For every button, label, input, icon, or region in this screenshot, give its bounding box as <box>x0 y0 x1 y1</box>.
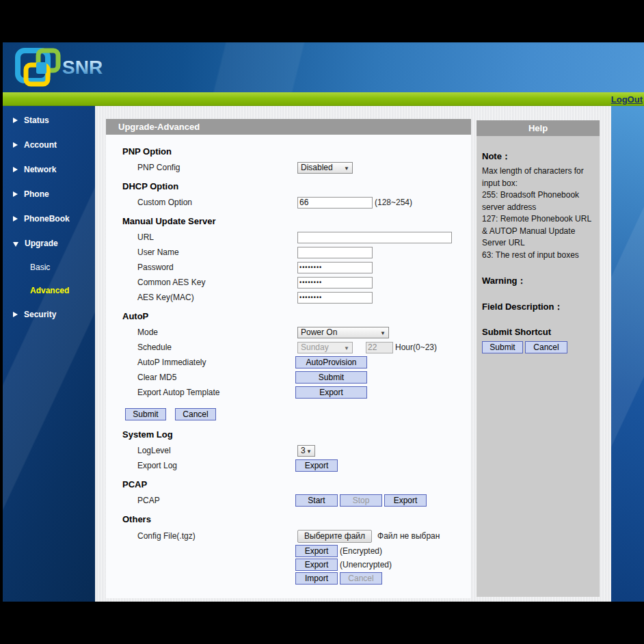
clear-md5-label: Clear MD5 <box>137 373 297 382</box>
username-row: User Name <box>106 245 471 260</box>
url-input[interactable] <box>297 232 452 243</box>
pnp-config-row: PNP Config Disabled <box>106 160 471 175</box>
pcap-start-button[interactable]: Start <box>295 494 338 507</box>
pcap-row: PCAP Start Stop Export <box>106 493 471 508</box>
dropdown-arrow-icon <box>344 163 349 172</box>
config-file-label: Config File(.tgz) <box>137 531 297 541</box>
sidebar-item-label: PhoneBook <box>24 214 70 224</box>
pcap-export-button[interactable]: Export <box>384 494 427 507</box>
dropdown-arrow-icon <box>344 343 349 352</box>
export-unencrypted-button[interactable]: Export <box>295 559 338 571</box>
common-aes-key-row: Common AES Key <box>106 275 471 290</box>
field-description-title: Field Description： <box>482 301 594 313</box>
common-aes-key-label: Common AES Key <box>137 278 297 287</box>
aes-key-mac-row: AES Key(MAC) <box>106 290 471 305</box>
note-line: 255: Broadsoft Phonebook server address <box>482 189 594 213</box>
sidebar-item-phonebook[interactable]: PhoneBook <box>3 206 95 231</box>
clear-md5-submit-button[interactable]: Submit <box>295 371 367 384</box>
sidebar-item-upgrade[interactable]: Upgrade <box>3 231 95 256</box>
export-log-row: Export Log Export <box>106 458 471 473</box>
schedule-hour-input <box>366 342 393 353</box>
note-line: 63: The rest of input boxes <box>482 250 594 262</box>
section-others: Others <box>122 515 471 524</box>
section-manual-update-server: Manual Update Server <box>122 217 471 226</box>
schedule-label: Schedule <box>137 343 297 352</box>
export-template-button[interactable]: Export <box>295 386 367 399</box>
custom-option-hint: (128~254) <box>375 198 412 207</box>
help-submit-button[interactable]: Submit <box>482 341 523 353</box>
import-cancel-row: Import Cancel <box>106 572 471 585</box>
loglevel-row: LogLevel 3 <box>106 443 471 458</box>
no-file-chosen-text: Файл не выбран <box>377 531 440 541</box>
common-aes-key-input[interactable] <box>297 277 373 289</box>
cancel-button[interactable]: Cancel <box>175 408 216 420</box>
export-autop-template-label: Export Autop Template <box>137 388 297 397</box>
content-area: Status Account Network Phone PhoneBook U… <box>3 106 644 602</box>
submit-button[interactable]: Submit <box>125 408 166 420</box>
mode-select[interactable]: Power On <box>297 327 389 338</box>
schedule-hint: Hour(0~23) <box>395 343 437 352</box>
dropdown-arrow-icon <box>380 327 386 337</box>
help-title-bar: Help <box>477 120 600 136</box>
schedule-row: Schedule Sunday Hour(0~23) <box>106 340 471 355</box>
sidebar-subitem-label: Basic <box>30 263 50 272</box>
export-autop-template-row: Export Autop Template Export <box>106 385 471 400</box>
logo-text: SNR <box>62 57 103 78</box>
password-row: Password <box>106 260 471 275</box>
username-label: User Name <box>137 247 297 257</box>
schedule-day-value: Sunday <box>301 343 329 352</box>
mode-label: Mode <box>137 327 297 337</box>
sidebar-item-security[interactable]: Security <box>3 302 95 327</box>
sidebar-item-basic[interactable]: Basic <box>3 256 95 279</box>
sidebar-item-network[interactable]: Network <box>3 157 95 182</box>
page-title-bar: Upgrade-Advanced <box>106 119 471 135</box>
loglevel-select[interactable]: 3 <box>297 445 315 457</box>
sidebar-nav: Status Account Network Phone PhoneBook U… <box>3 106 95 602</box>
url-label: URL <box>137 232 297 242</box>
pcap-stop-button: Stop <box>340 494 382 507</box>
loglevel-value: 3 <box>301 446 306 455</box>
background-strip <box>611 106 644 602</box>
sidebar-item-phone[interactable]: Phone <box>3 182 95 206</box>
export-encrypted-button[interactable]: Export <box>295 545 338 557</box>
password-input[interactable] <box>297 262 373 273</box>
help-panel: Help Note： Max length of characters for … <box>477 120 600 597</box>
pnp-config-select[interactable]: Disabled <box>297 162 353 174</box>
export-log-button[interactable]: Export <box>295 459 338 472</box>
import-button[interactable]: Import <box>295 572 338 585</box>
form-actions: Submit Cancel <box>106 408 471 420</box>
sidebar-item-label: Network <box>24 165 56 174</box>
sidebar-item-status[interactable]: Status <box>3 108 95 133</box>
choose-file-button[interactable]: Выберите файл <box>297 530 372 543</box>
note-title: Note： <box>482 150 594 163</box>
username-input[interactable] <box>297 247 373 258</box>
export-unencrypted-row: Export (Unencrypted) <box>106 558 471 572</box>
note-line: Max length of characters for input box: <box>482 165 594 189</box>
aes-key-mac-label: AES Key(MAC) <box>137 293 297 302</box>
arrow-right-icon <box>13 118 18 123</box>
export-log-label: Export Log <box>137 461 297 470</box>
pnp-config-label: PNP Config <box>137 163 297 172</box>
autoprovision-button[interactable]: AutoProvision <box>295 356 367 368</box>
section-dhcp-option: DHCP Option <box>122 182 471 191</box>
warning-title: Warning： <box>482 275 594 287</box>
logout-link[interactable]: LogOut <box>611 94 644 105</box>
loglevel-label: LogLevel <box>137 446 297 455</box>
custom-option-input[interactable] <box>297 197 373 209</box>
sidebar-item-label: Security <box>24 310 56 319</box>
aes-key-mac-input[interactable] <box>297 292 373 304</box>
config-file-row: Config File(.tgz) Выберите файл Файл не … <box>106 528 471 544</box>
unencrypted-hint: (Unencrypted) <box>340 560 392 569</box>
sidebar-item-label: Phone <box>24 189 49 199</box>
sidebar-item-account[interactable]: Account <box>3 133 95 157</box>
top-nav-bar: LogOut <box>3 92 644 106</box>
page-title: Upgrade-Advanced <box>118 122 200 132</box>
custom-option-label: Custom Option <box>137 198 297 207</box>
help-cancel-button[interactable]: Cancel <box>525 341 567 353</box>
arrow-right-icon <box>13 142 18 148</box>
section-system-log: System Log <box>122 430 471 440</box>
pnp-config-value: Disabled <box>301 163 333 172</box>
sidebar-item-advanced[interactable]: Advanced <box>3 279 95 302</box>
sidebar-item-label: Status <box>24 116 49 125</box>
section-pnp-option: PNP Option <box>122 147 471 157</box>
